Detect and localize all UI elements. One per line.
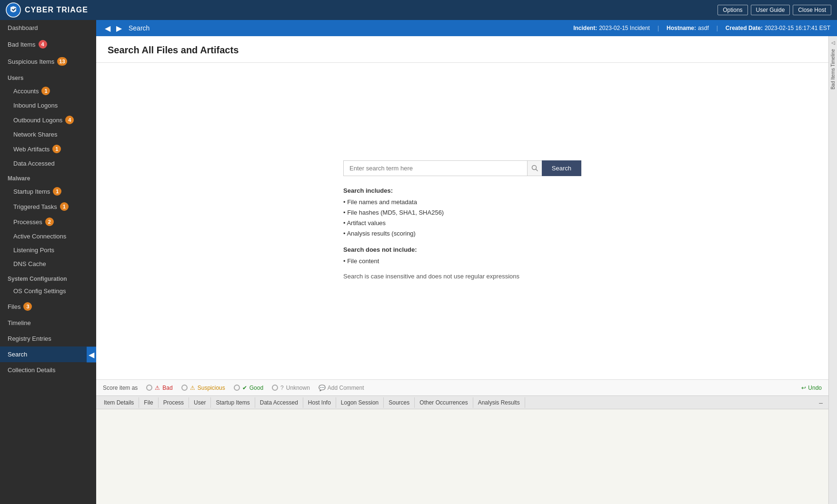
undo-icon: ↩ [801, 385, 806, 391]
sidebar-item-web-artifacts[interactable]: Web Artifacts 1 [0, 141, 96, 157]
sidebar-item-timeline[interactable]: Timeline [0, 315, 96, 331]
accounts-badge: 1 [41, 87, 50, 95]
tab-item-sources[interactable]: Sources [384, 397, 415, 408]
logo-icon [6, 2, 21, 18]
back-button[interactable]: ◀ [103, 23, 112, 34]
good-label: Good [249, 385, 263, 391]
score-bad-option[interactable]: ⚠ Bad [146, 385, 172, 391]
tab-item-analysis-results[interactable]: Analysis Results [473, 397, 525, 408]
search-input[interactable] [343, 160, 527, 176]
inbound-logons-label: Inbound Logons [13, 102, 58, 109]
startup-items-label: Startup Items [13, 188, 50, 195]
top-header: CYBER TRIAGE Options User Guide Close Ho… [0, 0, 837, 20]
timeline-label: Timeline [8, 319, 31, 326]
search-magnifier-icon[interactable] [527, 160, 542, 176]
tab-item-details[interactable]: Item Details [99, 397, 139, 408]
listening-ports-label: Listening Ports [13, 247, 54, 254]
collection-details-label: Collection Details [8, 366, 55, 374]
score-suspicious-option[interactable]: ⚠ Suspicious [181, 385, 225, 391]
forward-button[interactable]: ▶ [114, 23, 124, 34]
includes-item-1: • File hashes (MD5, SHA1, SHA256) [343, 208, 581, 218]
active-connections-label: Active Connections [13, 233, 66, 240]
tab-item-user[interactable]: User [189, 397, 211, 408]
main-panel: Search All Files and Artifacts Se [96, 36, 837, 504]
user-guide-button[interactable]: User Guide [751, 5, 790, 15]
includes-title: Search includes: [343, 186, 581, 196]
hostname-value: asdf [698, 25, 709, 31]
data-accessed-label: Data Accessed [13, 160, 55, 167]
triggered-tasks-label: Triggered Tasks [13, 203, 57, 210]
undo-button[interactable]: ↩ Undo [801, 385, 822, 391]
nav-arrows: ◀ ▶ [103, 23, 124, 34]
score-good-option[interactable]: ✔ Good [234, 385, 263, 391]
sidebar-item-registry-entries[interactable]: Registry Entries [0, 331, 96, 346]
score-suspicious-radio[interactable] [181, 385, 188, 391]
close-host-button[interactable]: Close Host [793, 5, 831, 15]
bad-label: Bad [162, 385, 172, 391]
sidebar-item-search[interactable]: Search ◀ [0, 346, 96, 362]
header-buttons: Options User Guide Close Host [717, 5, 831, 15]
users-section-label: Users [0, 70, 96, 83]
unknown-label: Unknown [286, 385, 310, 391]
tab-item-other-occurrences[interactable]: Other Occurrences [415, 397, 473, 408]
dashboard-label: Dashboard [8, 24, 38, 31]
tab-item-startup-items[interactable]: Startup Items [211, 397, 255, 408]
sidebar-item-active-connections[interactable]: Active Connections [0, 229, 96, 243]
sidebar-item-startup-items[interactable]: Startup Items 1 [0, 184, 96, 199]
score-good-radio[interactable] [234, 385, 240, 391]
incident-label: Incident: [573, 25, 597, 31]
incident-info: Incident: 2023-02-15 Incident [573, 25, 650, 31]
dns-cache-label: DNS Cache [13, 260, 46, 267]
created-info: Created Date: 2023-02-15 16:17:41 EST [726, 25, 830, 31]
tabs-bar: Item Details File Process User Startup I… [96, 395, 828, 409]
center-content: Search All Files and Artifacts Se [96, 36, 828, 504]
search-info: Search includes: • File names and metada… [343, 186, 581, 282]
tab-item-data-accessed[interactable]: Data Accessed [255, 397, 303, 408]
page-title: Search All Files and Artifacts [108, 45, 817, 56]
suspicious-items-label: Suspicious Items [8, 58, 54, 65]
sidebar-item-bad-items[interactable]: Bad Items 4 [0, 36, 96, 53]
score-bad-radio[interactable] [146, 385, 152, 391]
sidebar-item-accounts[interactable]: Accounts 1 [0, 83, 96, 99]
includes-item-2: • Artifact values [343, 218, 581, 228]
tab-item-host-info[interactable]: Host Info [303, 397, 336, 408]
sidebar-item-outbound-logons[interactable]: Outbound Logons 4 [0, 112, 96, 128]
sidebar-item-network-shares[interactable]: Network Shares [0, 128, 96, 141]
right-sidebar[interactable]: ◁ Bad Items Timeline [828, 36, 837, 504]
sidebar-item-dashboard[interactable]: Dashboard [0, 20, 96, 36]
info-sep-1: | [658, 25, 659, 31]
created-label: Created Date: [726, 25, 763, 31]
sidebar-item-triggered-tasks[interactable]: Triggered Tasks 1 [0, 199, 96, 214]
sidebar-item-processes[interactable]: Processes 2 [0, 214, 96, 229]
right-sidebar-arrow: ◁ [831, 40, 835, 45]
tab-item-logon-session[interactable]: Logon Session [336, 397, 384, 408]
accounts-label: Accounts [13, 88, 39, 95]
sidebar-item-inbound-logons[interactable]: Inbound Logons [0, 99, 96, 112]
sidebar-item-os-config-settings[interactable]: OS Config Settings [0, 284, 96, 298]
search-note: Search is case insensitive and does not … [343, 271, 581, 282]
sidebar-item-dns-cache[interactable]: DNS Cache [0, 257, 96, 271]
options-button[interactable]: Options [717, 5, 747, 15]
tab-collapse-button[interactable]: – [816, 399, 826, 406]
search-button[interactable]: Search [542, 160, 581, 176]
suspicious-items-badge: 13 [57, 57, 67, 66]
add-comment-option[interactable]: 💬 Add Comment [319, 385, 364, 391]
sidebar-item-data-accessed[interactable]: Data Accessed [0, 157, 96, 170]
sub-header-title: Search [129, 24, 149, 32]
main-layout: Dashboard Bad Items 4 Suspicious Items 1… [0, 20, 837, 504]
tab-item-process[interactable]: Process [159, 397, 189, 408]
score-unknown-option[interactable]: ? Unknown [272, 385, 310, 391]
add-comment-label: Add Comment [328, 385, 364, 391]
sidebar-item-collection-details[interactable]: Collection Details [0, 362, 96, 378]
right-sidebar-label: Bad Items Timeline [830, 49, 836, 89]
processes-badge: 2 [45, 217, 54, 226]
sidebar-item-files[interactable]: Files 3 [0, 298, 96, 315]
excludes-title: Search does not include: [343, 245, 581, 255]
tab-item-file[interactable]: File [139, 397, 158, 408]
sidebar-item-suspicious-items[interactable]: Suspicious Items 13 [0, 53, 96, 70]
sidebar-item-listening-ports[interactable]: Listening Ports [0, 243, 96, 257]
processes-label: Processes [13, 218, 42, 226]
score-unknown-radio[interactable] [272, 385, 278, 391]
search-center: Search Search includes: • File names and… [96, 63, 828, 379]
undo-label: Undo [808, 385, 822, 391]
